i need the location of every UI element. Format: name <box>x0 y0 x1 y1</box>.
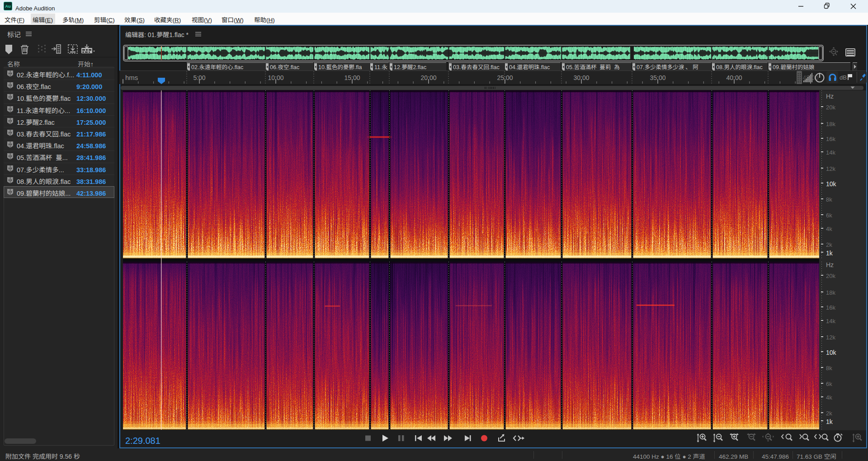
svg-text:dB: dB <box>840 73 847 81</box>
svg-text:35:00: 35:00 <box>650 73 665 82</box>
svg-text:40:00: 40:00 <box>726 73 742 82</box>
svg-text:20:00: 20:00 <box>420 73 436 82</box>
svg-text:15:00: 15:00 <box>344 73 360 82</box>
svg-text:25:00: 25:00 <box>497 73 513 82</box>
svg-text:hms: hms <box>125 72 138 82</box>
svg-text:10:00: 10:00 <box>268 73 283 82</box>
svg-text:5:00: 5:00 <box>193 73 205 82</box>
svg-text:30:00: 30:00 <box>573 73 589 82</box>
